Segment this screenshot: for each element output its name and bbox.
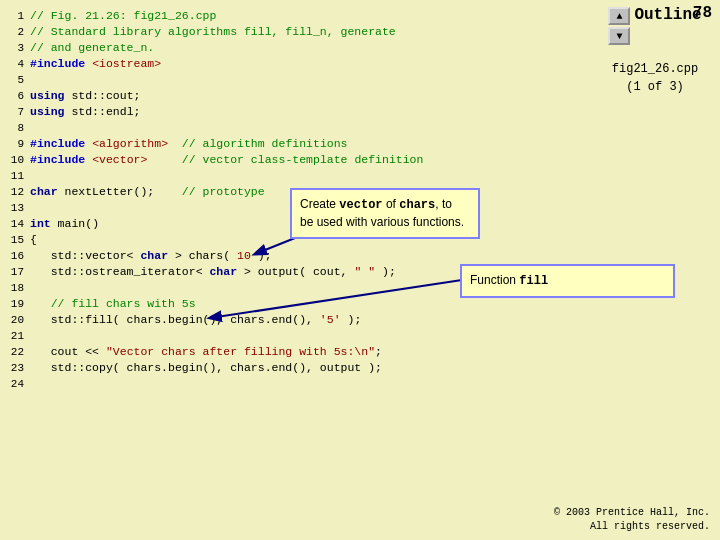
line-content-22: cout << "Vector chars after filling with… [30,344,586,360]
outline-row: ▲ ▼ Outline [608,6,701,50]
line-content-23: std::copy( chars.begin(), chars.end(), o… [30,360,586,376]
line-content-2: // Standard library algorithms fill, fil… [30,24,586,40]
code-line-11: 11 [8,168,586,184]
line-content-16: std::vector< char > chars( 10 ); [30,248,586,264]
line-num-19: 19 [8,296,30,312]
up-arrow-icon: ▲ [616,11,622,22]
slide-info: fig21_26.cpp (1 of 3) [612,60,698,96]
line-num-4: 4 [8,56,30,72]
line-num-23: 23 [8,360,30,376]
nav-up-button[interactable]: ▲ [608,7,630,25]
line-num-15: 15 [8,232,30,248]
line-num-5: 5 [8,72,30,88]
footer: © 2003 Prentice Hall, Inc. All rights re… [554,506,710,534]
slide-info-line2: (1 of 3) [612,78,698,96]
tooltip-vector: Create vector of chars, to be used with … [290,188,480,239]
code-line-19: 19 // fill chars with 5s [8,296,586,312]
line-content-11 [30,168,586,184]
footer-line2: All rights reserved. [554,520,710,534]
code-line-16: 16 std::vector< char > chars( 10 ); [8,248,586,264]
outline-label: Outline [634,6,701,24]
line-num-9: 9 [8,136,30,152]
code-line-10: 10 #include <vector> // vector class-tem… [8,152,586,168]
code-line-5: 5 [8,72,586,88]
line-content-5 [30,72,586,88]
line-content-6: using std::cout; [30,88,586,104]
line-content-20: std::fill( chars.begin(), chars.end(), '… [30,312,586,328]
slide-info-line1: fig21_26.cpp [612,60,698,78]
footer-line1: © 2003 Prentice Hall, Inc. [554,506,710,520]
line-content-8 [30,120,586,136]
line-num-1: 1 [8,8,30,24]
line-num-8: 8 [8,120,30,136]
code-line-8: 8 [8,120,586,136]
code-line-1: 1 // Fig. 21.26: fig21_26.cpp [8,8,586,24]
down-arrow-icon: ▼ [616,31,622,42]
line-num-13: 13 [8,200,30,216]
code-line-9: 9 #include <algorithm> // algorithm defi… [8,136,586,152]
line-num-2: 2 [8,24,30,40]
code-line-4: 4 #include <iostream> [8,56,586,72]
code-line-2: 2 // Standard library algorithms fill, f… [8,24,586,40]
line-content-19: // fill chars with 5s [30,296,586,312]
line-num-21: 21 [8,328,30,344]
main-container: 1 // Fig. 21.26: fig21_26.cpp 2 // Stand… [0,0,720,540]
line-content-3: // and generate_n. [30,40,586,56]
line-num-3: 3 [8,40,30,56]
slide-number: 78 [693,4,712,22]
line-content-7: using std::endl; [30,104,586,120]
line-num-14: 14 [8,216,30,232]
code-line-21: 21 [8,328,586,344]
nav-down-button[interactable]: ▼ [608,27,630,45]
code-line-20: 20 std::fill( chars.begin(), chars.end()… [8,312,586,328]
line-num-18: 18 [8,280,30,296]
line-num-20: 20 [8,312,30,328]
line-num-24: 24 [8,376,30,392]
line-num-10: 10 [8,152,30,168]
code-area: 1 // Fig. 21.26: fig21_26.cpp 2 // Stand… [0,0,590,540]
line-num-16: 16 [8,248,30,264]
line-content-21 [30,328,586,344]
code-line-7: 7 using std::endl; [8,104,586,120]
line-content-9: #include <algorithm> // algorithm defini… [30,136,586,152]
code-line-6: 6 using std::cout; [8,88,586,104]
line-num-6: 6 [8,88,30,104]
line-num-22: 22 [8,344,30,360]
line-content-10: #include <vector> // vector class-templa… [30,152,586,168]
line-content-4: #include <iostream> [30,56,586,72]
line-content-1: // Fig. 21.26: fig21_26.cpp [30,8,586,24]
nav-buttons: ▲ ▼ [608,6,630,46]
line-num-17: 17 [8,264,30,280]
line-content-24 [30,376,586,392]
code-line-23: 23 std::copy( chars.begin(), chars.end()… [8,360,586,376]
line-num-7: 7 [8,104,30,120]
line-num-12: 12 [8,184,30,200]
code-line-22: 22 cout << "Vector chars after filling w… [8,344,586,360]
line-num-11: 11 [8,168,30,184]
tooltip-fill: Function fill [460,264,675,298]
code-line-3: 3 // and generate_n. [8,40,586,56]
code-line-24: 24 [8,376,586,392]
